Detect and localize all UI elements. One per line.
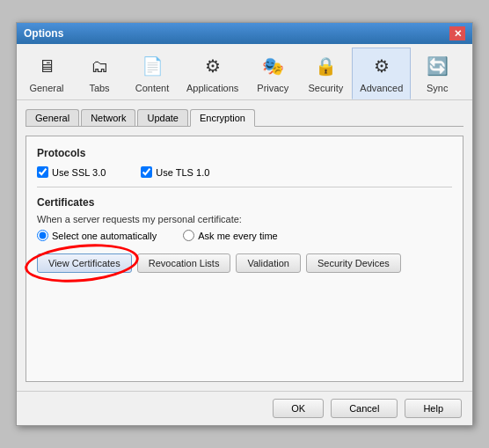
- toolbar-item-advanced[interactable]: ⚙ Advanced: [352, 48, 411, 99]
- toolbar-label-privacy: Privacy: [257, 83, 288, 93]
- toolbar-label-tabs: Tabs: [89, 83, 109, 93]
- encryption-panel: Protocols Use SSL 3.0 Use TLS 1.0 Certif…: [26, 136, 463, 382]
- content-area: General Network Update Encryption Protoc…: [17, 100, 472, 391]
- toolbar-label-content: Content: [135, 83, 170, 93]
- ok-button[interactable]: OK: [273, 399, 324, 418]
- cert-description: When a server requests my personal certi…: [37, 214, 452, 224]
- toolbar-item-privacy[interactable]: 🎭 Privacy: [246, 48, 299, 99]
- radio-ask[interactable]: [183, 230, 194, 241]
- toolbar-item-applications[interactable]: ⚙ Applications: [179, 48, 246, 99]
- toolbar-item-sync[interactable]: 🔄 Sync: [411, 48, 463, 99]
- security-icon: 🔒: [311, 52, 339, 80]
- tab-bar: General Network Update Encryption: [26, 109, 463, 127]
- separator: [37, 187, 452, 187]
- applications-icon: ⚙: [199, 52, 227, 80]
- security-devices-button[interactable]: Security Devices: [306, 253, 401, 273]
- tab-update[interactable]: Update: [137, 109, 187, 126]
- radio-ask-text: Ask me every time: [198, 231, 277, 241]
- tls-checkbox[interactable]: [141, 166, 152, 178]
- protocols-row: Use SSL 3.0 Use TLS 1.0: [37, 166, 452, 178]
- window-title: Options: [24, 27, 63, 40]
- advanced-icon: ⚙: [368, 52, 396, 80]
- action-buttons-row: View Certificates Revocation Lists Valid…: [37, 253, 452, 273]
- protocols-section-title: Protocols: [37, 147, 452, 159]
- cancel-button[interactable]: Cancel: [331, 399, 398, 418]
- help-button[interactable]: Help: [405, 399, 462, 418]
- radio-ask-label[interactable]: Ask me every time: [183, 230, 277, 241]
- title-bar: Options ✕: [17, 23, 472, 44]
- tabs-icon: 🗂: [85, 52, 113, 80]
- toolbar-label-advanced: Advanced: [360, 83, 403, 93]
- view-certificates-button[interactable]: View Certificates: [37, 253, 132, 273]
- radio-auto-text: Select one automatically: [52, 231, 157, 241]
- close-button[interactable]: ✕: [449, 26, 465, 40]
- tab-encryption[interactable]: Encryption: [190, 109, 255, 127]
- toolbar-item-tabs[interactable]: 🗂 Tabs: [73, 48, 126, 99]
- privacy-icon: 🎭: [259, 52, 287, 80]
- radio-auto-label[interactable]: Select one automatically: [37, 230, 157, 241]
- tab-general[interactable]: General: [26, 109, 79, 126]
- ssl-checkbox[interactable]: [37, 166, 48, 178]
- ssl-label: Use SSL 3.0: [52, 167, 106, 178]
- ssl-checkbox-label[interactable]: Use SSL 3.0: [37, 166, 106, 178]
- tab-network[interactable]: Network: [81, 109, 135, 126]
- tls-checkbox-label[interactable]: Use TLS 1.0: [141, 166, 209, 178]
- content-icon: 📄: [138, 52, 166, 80]
- cert-radio-row: Select one automatically Ask me every ti…: [37, 230, 452, 241]
- certificates-section-title: Certificates: [37, 196, 452, 209]
- toolbar-item-content[interactable]: 📄 Content: [126, 48, 179, 99]
- toolbar-item-general[interactable]: 🖥 General: [20, 48, 73, 99]
- general-icon: 🖥: [33, 52, 61, 80]
- toolbar-item-security[interactable]: 🔒 Security: [299, 48, 352, 99]
- tls-label: Use TLS 1.0: [156, 167, 209, 178]
- toolbar-label-applications: Applications: [186, 83, 238, 93]
- toolbar-label-sync: Sync: [427, 83, 448, 93]
- toolbar-label-security: Security: [308, 83, 343, 93]
- radio-auto[interactable]: [37, 230, 48, 241]
- validation-button[interactable]: Validation: [236, 253, 301, 273]
- sync-icon: 🔄: [423, 52, 451, 80]
- toolbar: 🖥 General 🗂 Tabs 📄 Content ⚙ Application…: [17, 44, 472, 100]
- revocation-lists-button[interactable]: Revocation Lists: [137, 253, 231, 273]
- dialog-footer: OK Cancel Help: [17, 391, 472, 425]
- toolbar-label-general: General: [29, 83, 63, 93]
- options-window: Options ✕ 🖥 General 🗂 Tabs 📄 Content ⚙ A…: [16, 22, 473, 426]
